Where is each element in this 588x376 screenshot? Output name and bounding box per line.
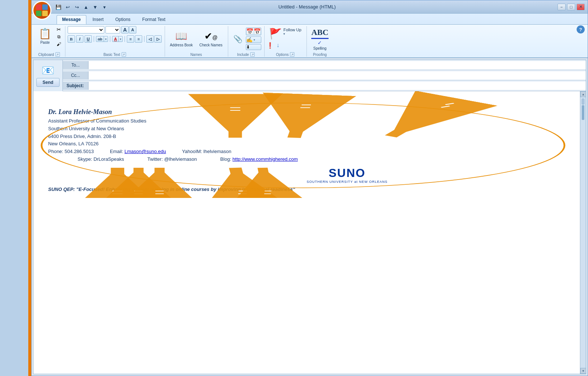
sig-address: 6400 Press Drive, Admin. 208-B bbox=[48, 133, 573, 141]
sig-blog-link[interactable]: http://www.commhighered.com bbox=[233, 156, 298, 162]
format-painter-button[interactable]: 🖌 bbox=[55, 41, 62, 47]
cc-input[interactable] bbox=[89, 71, 586, 79]
italic-button[interactable]: I bbox=[76, 35, 83, 43]
address-book-icon: 📖 bbox=[175, 31, 187, 42]
scroll-img[interactable] bbox=[582, 99, 584, 104]
sig-phone-row: Phone: 504.286.5013 Email: Lmason@suno.e… bbox=[48, 148, 573, 156]
address-book-button[interactable]: 📖 Address Book bbox=[167, 29, 195, 49]
scissors-button[interactable]: ✂ bbox=[55, 26, 62, 33]
suno-logo-text: SUNO bbox=[122, 166, 573, 180]
high-priority-button[interactable]: ❗ bbox=[267, 42, 273, 49]
customize-button[interactable]: ▾ bbox=[100, 3, 108, 11]
include-group: 📎 📅 📅 ✍ ▾ bbox=[229, 26, 265, 57]
proofing-group: ABC ✓ Spelling Proofing bbox=[308, 26, 333, 57]
font-family-select[interactable] bbox=[68, 26, 104, 33]
bold-button[interactable]: B bbox=[68, 35, 75, 43]
email-body[interactable]: Dr. Lora Helvie-Mason Assistant Professo… bbox=[33, 91, 580, 198]
tab-options[interactable]: Options bbox=[110, 15, 136, 24]
options-group: 🚩 Follow Up ▾ ❗ ↓ Options ↗ bbox=[265, 26, 307, 57]
text-size-buttons: A A bbox=[121, 26, 136, 33]
scroll-down-btn[interactable]: ▼ bbox=[580, 368, 586, 374]
check-names-label: Check Names bbox=[199, 43, 222, 47]
bullets-button[interactable]: ≡ bbox=[127, 35, 134, 43]
left-sidebar bbox=[0, 0, 31, 376]
tab-insert[interactable]: Insert bbox=[87, 15, 109, 24]
main-window: Untitled - Message (HTML) − □ ✕ Message … bbox=[31, 0, 588, 376]
close-button[interactable]: ✕ bbox=[577, 4, 585, 10]
list-buttons: ≡ ≡ bbox=[127, 35, 142, 43]
down-button[interactable]: ▼ bbox=[91, 3, 99, 11]
proofing-label: Proofing bbox=[309, 53, 330, 57]
ribbon: Message Insert Options Format Text 📋 Pas… bbox=[32, 14, 588, 58]
scroll-thumb[interactable] bbox=[582, 105, 584, 120]
cc-row: Cc... bbox=[63, 70, 586, 81]
redo-button[interactable]: ↪ bbox=[73, 3, 81, 11]
check-mark: ✓ bbox=[318, 40, 322, 46]
include-expand[interactable]: ↗ bbox=[250, 52, 255, 57]
paste-icon: 📋 bbox=[39, 28, 51, 40]
scroll-up-btn[interactable]: ▲ bbox=[580, 91, 586, 97]
suno-sub-text: SOUTHERN UNIVERSITY at NEW ORLEANS bbox=[122, 180, 573, 184]
office-button[interactable] bbox=[32, 1, 51, 20]
yahoo-value: lhelviemason bbox=[204, 149, 232, 154]
sig-social-row: Skype: DrLoraSpeaks Twitter: @lhelviemas… bbox=[78, 156, 573, 163]
to-button[interactable]: To... bbox=[63, 61, 89, 69]
restore-button[interactable]: □ bbox=[567, 4, 575, 10]
twitter-value: @lhelviemason bbox=[164, 156, 197, 162]
check-names-button[interactable]: ✔@ Check Names bbox=[197, 29, 225, 49]
help-button[interactable]: ? bbox=[577, 25, 585, 33]
numbers-button[interactable]: ≡ bbox=[135, 35, 142, 43]
tab-message[interactable]: Message bbox=[57, 15, 86, 24]
include-label: Include ↗ bbox=[230, 52, 261, 57]
copy-button[interactable]: ⧉ bbox=[55, 33, 62, 40]
clipboard-expand[interactable]: ↗ bbox=[55, 52, 60, 57]
cc-button[interactable]: Cc... bbox=[63, 71, 89, 79]
subject-input[interactable] bbox=[89, 82, 586, 90]
options-down-btn[interactable]: ⬇ bbox=[246, 44, 261, 50]
font-size-select[interactable] bbox=[105, 26, 120, 33]
svg-line-10 bbox=[441, 106, 450, 107]
names-group-content: 📖 Address Book ✔@ Check Names bbox=[167, 26, 225, 52]
sig-city: New Orleans, LA 70126 bbox=[48, 140, 573, 148]
send-button[interactable]: Send bbox=[36, 78, 60, 87]
save-button[interactable]: 💾 bbox=[54, 3, 62, 11]
signature-split[interactable]: ✍ ▾ bbox=[246, 36, 261, 43]
tab-format-text[interactable]: Format Text bbox=[137, 15, 171, 24]
compose-body-content: Dr. Lora Helvie-Mason Assistant Professo… bbox=[33, 91, 580, 374]
increase-font-button[interactable]: A bbox=[121, 26, 129, 33]
email-label: Email: bbox=[110, 149, 123, 154]
skype-value: DrLoraSpeaks bbox=[93, 156, 124, 162]
basic-text-expand[interactable]: ↗ bbox=[122, 52, 126, 57]
options-label: Options ↗ bbox=[267, 52, 304, 57]
font-color-split[interactable]: A ▾ bbox=[112, 36, 123, 42]
calendar-split[interactable]: 📅 📅 bbox=[246, 28, 261, 35]
follow-up-button[interactable]: 🚩 Follow Up ▾ bbox=[267, 26, 304, 41]
sig-email-link[interactable]: Lmason@suno.edu bbox=[125, 149, 166, 154]
paste-button[interactable]: 📋 Paste bbox=[36, 26, 54, 46]
subject-row: Subject: bbox=[63, 81, 586, 91]
to-input[interactable] bbox=[89, 61, 586, 69]
spelling-button[interactable]: ABC ✓ Spelling bbox=[309, 26, 330, 52]
options-expand[interactable]: ↗ bbox=[290, 52, 294, 57]
clipboard-group-content: 📋 Paste ✂ ⧉ 🖌 bbox=[36, 26, 62, 52]
compose-area: 📧 Send To... Cc... Subject: bbox=[33, 60, 586, 374]
left-accent bbox=[28, 0, 31, 376]
decrease-font-button[interactable]: A bbox=[129, 26, 136, 33]
skype-label: Skype: bbox=[78, 156, 92, 162]
include-group-content: 📎 📅 📅 ✍ ▾ bbox=[230, 26, 261, 52]
low-priority-button[interactable]: ↓ bbox=[275, 42, 281, 49]
strikethrough-split[interactable]: ab ▾ bbox=[96, 36, 108, 42]
address-book-label: Address Book bbox=[170, 43, 193, 47]
undo-button[interactable]: ↩ bbox=[64, 3, 72, 11]
sig-qep: SUNO QEP: "E-Focused! Enhancing student … bbox=[48, 187, 573, 192]
underline-button[interactable]: U bbox=[85, 35, 92, 43]
scrollbar: ▲ ▼ bbox=[580, 91, 586, 374]
phone-number: 504.286.5013 bbox=[65, 149, 94, 154]
up-button[interactable]: ▲ bbox=[82, 3, 90, 11]
attach-button[interactable]: 📎 bbox=[230, 29, 245, 49]
minimize-button[interactable]: − bbox=[557, 4, 566, 10]
clipboard-secondary: ✂ ⧉ 🖌 bbox=[55, 26, 62, 47]
decrease-indent-button[interactable]: ◁ bbox=[146, 35, 154, 43]
increase-indent-button[interactable]: ▷ bbox=[154, 35, 162, 43]
basic-text-label: Basic Text ↗ bbox=[68, 52, 162, 57]
